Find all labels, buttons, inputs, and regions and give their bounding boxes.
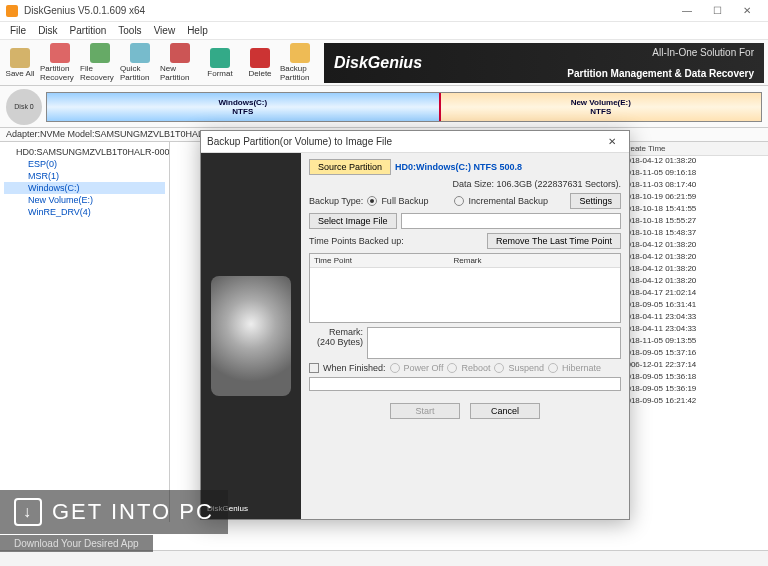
menu-partition[interactable]: Partition <box>64 25 113 36</box>
when-finished-label: When Finished: <box>323 363 386 373</box>
brand-banner: DiskGenius All-In-One Solution For Parti… <box>324 43 764 83</box>
list-item[interactable]: 2018-11-05 09:16:18 <box>618 168 768 180</box>
timepoints-label: Time Points Backed up: <box>309 236 404 246</box>
disk-icon[interactable]: Disk 0 <box>6 89 42 125</box>
list-item[interactable]: 2018-10-19 06:21:59 <box>618 192 768 204</box>
list-item[interactable]: 2018-10-18 15:48:37 <box>618 228 768 240</box>
disk-map: Disk 0 Windows(C:)NTFS New Volume(E:)NTF… <box>0 86 768 128</box>
list-item[interactable]: 2018-09-05 16:21:42 <box>618 396 768 408</box>
minimize-button[interactable]: — <box>672 1 702 21</box>
start-button[interactable]: Start <box>390 403 460 419</box>
menu-disk[interactable]: Disk <box>32 25 63 36</box>
tree-item-windows-c[interactable]: Windows(C:) <box>4 182 165 194</box>
dialog-sidebar-image: DiskGenius <box>201 153 301 519</box>
remark-label: Remark: <box>309 327 363 337</box>
harddisk-icon <box>211 276 291 396</box>
watermark-banner: ↓ GET INTO PC <box>0 490 228 534</box>
list-item[interactable]: 2018-04-12 01:38:20 <box>618 240 768 252</box>
tool-backup-partition[interactable]: Backup Partition <box>280 41 320 85</box>
tool-format[interactable]: Format <box>200 41 240 85</box>
col-remark[interactable]: Remark <box>450 254 486 267</box>
tree-item-new-volume-e[interactable]: New Volume(E:) <box>4 194 165 206</box>
tool-save-all[interactable]: Save All <box>0 41 40 85</box>
file-list: Create Time 2018-04-12 01:38:202018-11-0… <box>618 142 768 522</box>
backup-type-label: Backup Type: <box>309 196 363 206</box>
column-create-time[interactable]: Create Time <box>618 142 768 156</box>
source-partition-value: HD0:Windows(C:) NTFS 500.8 <box>395 162 522 172</box>
list-item[interactable]: 2018-11-05 09:13:55 <box>618 336 768 348</box>
source-partition-button[interactable]: Source Partition <box>309 159 391 175</box>
brand-tagline-2: Partition Management & Data Recovery <box>567 68 754 79</box>
tree-root[interactable]: HD0:SAMSUNGMZVLB1T0HALR-000L7(9 <box>4 146 165 158</box>
list-item[interactable]: 2018-10-18 15:55:27 <box>618 216 768 228</box>
list-item[interactable]: 2018-10-18 15:41:55 <box>618 204 768 216</box>
list-item[interactable]: 2018-09-05 15:36:18 <box>618 372 768 384</box>
window-title: DiskGenius V5.0.1.609 x64 <box>24 5 672 16</box>
menu-file[interactable]: File <box>4 25 32 36</box>
list-item[interactable]: 2018-04-11 23:04:33 <box>618 324 768 336</box>
timepoints-list[interactable]: Time Point Remark <box>309 253 621 323</box>
list-item[interactable]: 2018-09-05 16:31:41 <box>618 300 768 312</box>
dialog-titlebar: Backup Partition(or Volume) to Image Fil… <box>201 131 629 153</box>
radio-full-backup[interactable] <box>367 196 377 206</box>
list-item[interactable]: 2006-12-01 22:37:14 <box>618 360 768 372</box>
backup-dialog: Backup Partition(or Volume) to Image Fil… <box>200 130 630 520</box>
partition-e[interactable]: New Volume(E:)NTFS <box>441 93 761 121</box>
radio-incremental-backup[interactable] <box>454 196 464 206</box>
dialog-title: Backup Partition(or Volume) to Image Fil… <box>207 136 392 147</box>
col-time-point[interactable]: Time Point <box>310 254 450 267</box>
watermark-text: GET INTO PC <box>52 499 214 525</box>
list-item[interactable]: 2018-04-12 01:38:20 <box>618 264 768 276</box>
radio-poweroff <box>390 363 400 373</box>
select-image-file-button[interactable]: Select Image File <box>309 213 397 229</box>
tool-file-recovery[interactable]: File Recovery <box>80 41 120 85</box>
partition-map: Windows(C:)NTFS New Volume(E:)NTFS <box>46 92 762 122</box>
full-backup-label: Full Backup <box>381 196 428 206</box>
cancel-button[interactable]: Cancel <box>470 403 540 419</box>
tree-item-msr[interactable]: MSR(1) <box>4 170 165 182</box>
when-finished-checkbox[interactable] <box>309 363 319 373</box>
list-item[interactable]: 2018-04-12 01:38:20 <box>618 276 768 288</box>
list-item[interactable]: 2018-09-05 15:36:19 <box>618 384 768 396</box>
close-button[interactable]: ✕ <box>732 1 762 21</box>
app-icon <box>6 5 18 17</box>
tool-partition-recovery[interactable]: Partition Recovery <box>40 41 80 85</box>
dialog-close-button[interactable]: ✕ <box>601 132 623 152</box>
image-file-path-input[interactable] <box>401 213 621 229</box>
menubar: File Disk Partition Tools View Help <box>0 22 768 40</box>
menu-help[interactable]: Help <box>181 25 214 36</box>
menu-tools[interactable]: Tools <box>112 25 147 36</box>
window-titlebar: DiskGenius V5.0.1.609 x64 — ☐ ✕ <box>0 0 768 22</box>
list-item[interactable]: 2018-04-12 01:38:20 <box>618 252 768 264</box>
menu-view[interactable]: View <box>148 25 182 36</box>
list-item[interactable]: 2018-04-11 23:04:33 <box>618 312 768 324</box>
maximize-button[interactable]: ☐ <box>702 1 732 21</box>
remark-textarea[interactable] <box>367 327 621 359</box>
settings-button[interactable]: Settings <box>570 193 621 209</box>
statusbar <box>0 550 768 566</box>
radio-reboot <box>447 363 457 373</box>
progress-bar <box>309 377 621 391</box>
tool-delete[interactable]: Delete <box>240 41 280 85</box>
list-item[interactable]: 2018-04-12 01:38:20 <box>618 156 768 168</box>
download-arrow-icon: ↓ <box>14 498 42 526</box>
list-item[interactable]: 2018-04-17 21:02:14 <box>618 288 768 300</box>
incremental-backup-label: Incremental Backup <box>468 196 548 206</box>
brand-tagline-1: All-In-One Solution For <box>652 47 754 58</box>
tool-new-partition[interactable]: New Partition <box>160 41 200 85</box>
tree-item-esp[interactable]: ESP(0) <box>4 158 165 170</box>
list-item[interactable]: 2018-09-05 15:37:16 <box>618 348 768 360</box>
data-size-label: Data Size: 106.3GB (222837631 Sectors). <box>452 179 621 189</box>
partition-tree: HD0:SAMSUNGMZVLB1T0HALR-000L7(9 ESP(0) M… <box>0 142 170 522</box>
tool-quick-partition[interactable]: Quick Partition <box>120 41 160 85</box>
list-item[interactable]: 2018-11-03 08:17:40 <box>618 180 768 192</box>
remove-last-timepoint-button[interactable]: Remove The Last Time Point <box>487 233 621 249</box>
watermark-subtitle: Download Your Desired App <box>0 535 153 552</box>
radio-hibernate <box>548 363 558 373</box>
tree-item-winre[interactable]: WinRE_DRV(4) <box>4 206 165 218</box>
toolbar: Save All Partition Recovery File Recover… <box>0 40 768 86</box>
partition-c[interactable]: Windows(C:)NTFS <box>47 93 441 121</box>
remark-hint: (240 Bytes) <box>309 337 363 347</box>
radio-suspend <box>494 363 504 373</box>
